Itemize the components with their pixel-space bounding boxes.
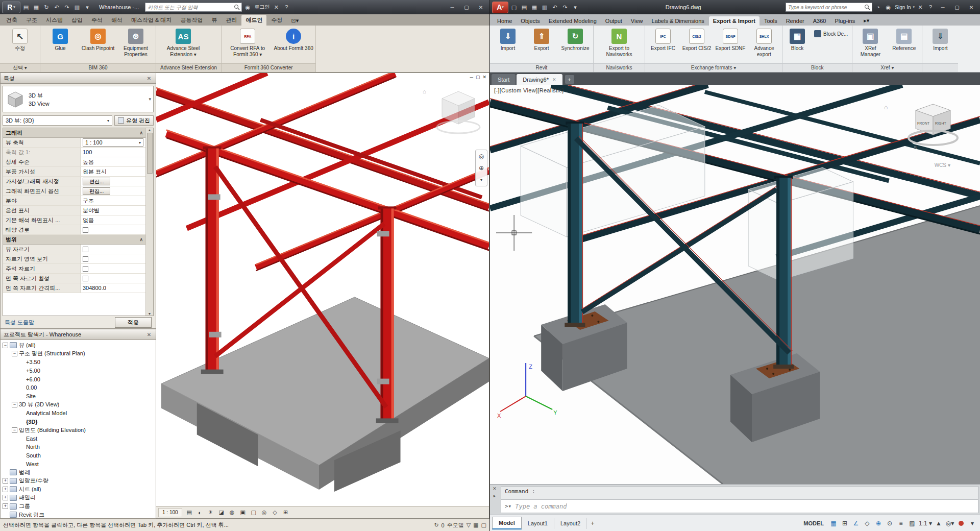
qat-customize-icon[interactable]: ▾ xyxy=(83,3,92,12)
tab-collaborate[interactable]: 공동작업 xyxy=(176,15,207,26)
search-icon[interactable] xyxy=(234,4,240,10)
synchronize-button[interactable]: ↻ Synchronize xyxy=(559,27,592,53)
export-navisworks-button[interactable]: N Export to Navisworks xyxy=(595,27,643,59)
filter-icon[interactable]: ▽ xyxy=(467,522,471,528)
collapse-icon[interactable]: − xyxy=(12,427,17,433)
clash-pinpoint-button[interactable]: ◎ Clash Pinpoint xyxy=(80,27,116,53)
help-icon[interactable]: ? xyxy=(282,3,291,12)
restore-button[interactable]: ▢ xyxy=(460,2,473,12)
chevron-down-icon[interactable]: ▾ xyxy=(476,175,486,185)
save-icon[interactable]: ▦ xyxy=(530,3,539,12)
block-definition-button[interactable]: Block De... xyxy=(812,29,850,39)
checkbox[interactable] xyxy=(83,256,88,262)
chevron-down-icon[interactable]: ▾ xyxy=(149,96,151,102)
close-icon[interactable]: ✕ xyxy=(145,332,153,337)
tab-modify[interactable]: 수정 xyxy=(267,15,286,26)
revit-app-button[interactable]: R▾ xyxy=(2,2,20,13)
tree-node-structural-plans[interactable]: −구조 평면 (Structural Plan) xyxy=(1,350,156,358)
group-header-graphics[interactable]: 그래픽∧ xyxy=(3,128,145,138)
lineweight-icon[interactable]: ≡ xyxy=(895,518,906,529)
temporary-hide-isolate-icon[interactable]: ◎ xyxy=(259,508,270,517)
close-icon[interactable]: ✕ xyxy=(145,76,153,81)
expand-icon[interactable]: + xyxy=(3,478,8,484)
wrench-icon[interactable]: ▸ xyxy=(494,493,496,498)
tab-manage[interactable]: 관리 xyxy=(222,15,241,26)
undo-icon[interactable]: ↶ xyxy=(52,3,61,12)
new-layout-button[interactable]: + xyxy=(587,518,598,529)
snap-icon[interactable]: ⊞ xyxy=(839,518,850,529)
tab-architecture[interactable]: 건축 xyxy=(2,15,21,26)
tab-view[interactable]: View xyxy=(627,16,647,26)
panel-label-formit[interactable]: FormIt 360 Converter xyxy=(222,63,315,72)
tree-node-groups[interactable]: +그룹 xyxy=(1,502,156,511)
checkbox[interactable] xyxy=(83,266,88,272)
properties-help-link[interactable]: 특성 도움말 xyxy=(5,319,34,326)
redo-icon[interactable]: ↷ xyxy=(62,3,71,12)
restore-button[interactable]: ▢ xyxy=(950,2,964,12)
exchange-apps-icon[interactable]: ✕ xyxy=(272,3,281,12)
file-tab-start[interactable]: Start xyxy=(492,74,516,85)
tab-labels-dimensions[interactable]: Labels & Dimensions xyxy=(648,16,708,26)
collapse-icon[interactable]: − xyxy=(12,351,17,356)
tab-a360[interactable]: A360 xyxy=(809,16,830,26)
tab-structure[interactable]: 구조 xyxy=(22,15,41,26)
viewcube[interactable]: ⌂ FRONT RIGHT S xyxy=(880,99,967,161)
expand-icon[interactable]: + xyxy=(3,495,8,500)
login-label[interactable]: 로그인 xyxy=(254,4,270,11)
layout-tab-model[interactable]: Model xyxy=(492,517,522,529)
view-restore-icon[interactable]: ▢ xyxy=(476,75,480,80)
tab-extended-modeling[interactable]: Extended Modeling xyxy=(545,16,601,26)
edit-type-button[interactable]: 유형 편집 xyxy=(114,115,154,126)
tree-node-sheets[interactable]: +시트 (all) xyxy=(1,485,156,494)
panel-label-exchange[interactable]: Exchange formats ▾ xyxy=(645,63,782,72)
redo-icon[interactable]: ↷ xyxy=(560,3,570,12)
print-icon[interactable]: ▥ xyxy=(72,3,82,12)
tree-node-level[interactable]: +5.00 xyxy=(1,367,156,375)
collapse-icon[interactable]: − xyxy=(3,343,8,348)
tab-home[interactable]: Home xyxy=(493,16,516,26)
scroll-up-icon[interactable]: ▲ xyxy=(148,128,152,132)
file-tab-drawing6[interactable]: Drawing6*✕ xyxy=(517,74,562,85)
expand-icon[interactable]: + xyxy=(3,503,8,509)
main-model-label[interactable]: 주모델 xyxy=(447,521,464,529)
worksharing-icon[interactable]: ↻ xyxy=(434,522,438,528)
revit-viewport[interactable]: ⌂ ◎ ⊕ ▾ ─ ▢ ✕ 1 : 100 ▤ ◐ xyxy=(156,73,489,519)
tree-node-elevations[interactable]: −입면도 (Building Elevation) xyxy=(1,426,156,435)
save-icon[interactable]: ▦ xyxy=(32,3,41,12)
scrollbar[interactable]: ▲ ▼ xyxy=(145,128,153,316)
minimize-button[interactable]: ─ xyxy=(936,2,949,12)
help-icon[interactable]: ? xyxy=(926,3,935,12)
checkbox[interactable] xyxy=(83,227,88,233)
view-selector-combo[interactable]: 3D 뷰: {3D} ▾ xyxy=(3,115,112,126)
search-icon[interactable] xyxy=(864,4,870,10)
properties-header[interactable]: 특성 ✕ xyxy=(0,73,156,84)
annotation-visibility-icon[interactable]: ▲ xyxy=(933,518,944,529)
sun-settings-icon[interactable]: ☀ xyxy=(206,508,216,517)
reference-button[interactable]: ▤ Reference xyxy=(888,27,920,53)
signin-label[interactable]: Sign In xyxy=(895,5,911,10)
rendering-dialog-icon[interactable]: ◍ xyxy=(227,508,237,517)
open-icon[interactable]: ▤ xyxy=(21,3,31,12)
select-toggle-icon[interactable]: ▢ xyxy=(481,522,486,528)
visual-style-icon[interactable]: ◐ xyxy=(195,508,205,517)
exchange-apps-icon[interactable]: ✕ xyxy=(916,3,925,12)
edit-button[interactable]: 편집... xyxy=(83,187,110,195)
tree-node-elevation[interactable]: East xyxy=(1,435,156,443)
minimize-button[interactable]: ─ xyxy=(446,2,459,12)
layout-tab-layout2[interactable]: Layout2 xyxy=(554,518,587,529)
apply-button[interactable]: 적용 xyxy=(115,317,152,328)
search-input[interactable] xyxy=(145,5,234,10)
open-icon[interactable]: ▤ xyxy=(520,3,529,12)
show-crop-region-icon[interactable]: ▢ xyxy=(249,508,259,517)
transparency-icon[interactable]: ▨ xyxy=(906,518,918,529)
project-browser-header[interactable]: 프로젝트 탐색기 - Wharehouse ✕ xyxy=(0,329,156,340)
type-selector[interactable]: 3D 뷰 3D View ▾ xyxy=(3,86,154,112)
tab-addins[interactable]: 애드인 xyxy=(241,15,266,26)
analytical-model-icon[interactable]: ⊞ xyxy=(281,508,291,517)
new-drawing-tab-button[interactable]: + xyxy=(565,75,574,84)
tree-node-elevation[interactable]: West xyxy=(1,460,156,468)
tab-plugins[interactable]: Plug-ins xyxy=(830,16,859,26)
collapse-icon[interactable]: − xyxy=(12,402,17,407)
checkbox[interactable] xyxy=(83,276,88,281)
undo-icon[interactable]: ↶ xyxy=(550,3,559,12)
